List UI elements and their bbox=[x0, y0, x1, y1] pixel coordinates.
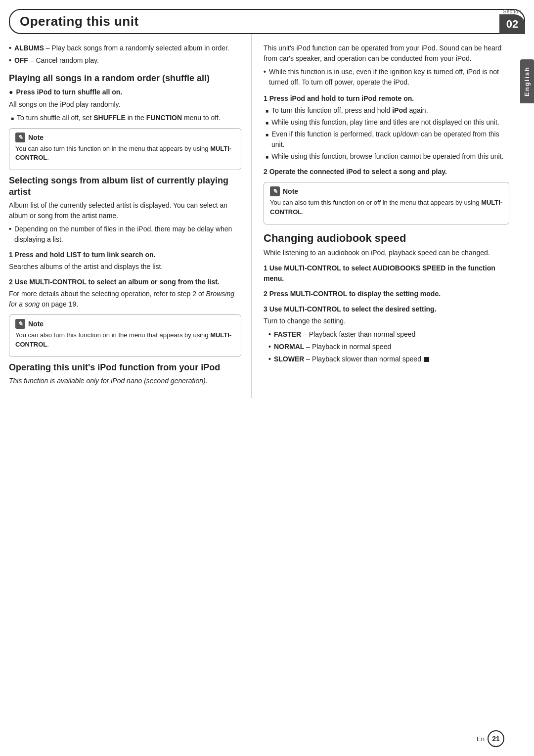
section-label: Section bbox=[503, 9, 522, 14]
right-sq2: ■ While using this function, play time a… bbox=[264, 117, 509, 128]
off-text: – Cancel random play. bbox=[28, 56, 99, 64]
audiobook-title: Changing audiobook speed bbox=[264, 231, 509, 245]
selecting-step1: 1 Press and hold LIST to turn link searc… bbox=[9, 250, 241, 260]
selecting-title: Selecting songs from album list of curre… bbox=[9, 175, 241, 197]
bullet-item-off: • OFF – Cancel random play. bbox=[9, 55, 241, 66]
shuffle-step1-text: All songs on the iPod play randomly. bbox=[9, 99, 241, 110]
audiobook-bullet-slower: • SLOWER – Playback slower than normal s… bbox=[268, 354, 509, 364]
selecting-note-text: You can also turn this function on in th… bbox=[15, 331, 235, 350]
selecting-step2-text: For more details about the selecting ope… bbox=[9, 289, 241, 310]
top-bullets: • ALBUMS – Play back songs from a random… bbox=[9, 43, 241, 66]
right-note: ✎ Note You can also turn this function o… bbox=[264, 182, 509, 224]
main-content: • ALBUMS – Play back songs from a random… bbox=[9, 34, 525, 398]
shuffle-note-title: ✎ Note bbox=[15, 133, 235, 142]
shuffle-note-text: You can also turn this function on in th… bbox=[15, 144, 235, 163]
right-sq1: ■ To turn this function off, press and h… bbox=[264, 105, 509, 116]
right-step1: 1 Press iPod and hold to turn iPod remot… bbox=[264, 93, 509, 104]
audiobook-step1: 1 Use MULTI-CONTROL to select AUDIOBOOKS… bbox=[264, 263, 509, 284]
shuffle-section: Playing all songs in a random order (shu… bbox=[9, 73, 241, 170]
audiobook-bullets: • FASTER – Playback faster than normal s… bbox=[268, 329, 509, 364]
audiobook-bullet-faster: • FASTER – Playback faster than normal s… bbox=[268, 329, 509, 340]
en-label: En bbox=[477, 735, 485, 743]
selecting-desc: Album list of the currently selected art… bbox=[9, 200, 241, 221]
ipod-function-title: Operating this unit's iPod function from… bbox=[9, 362, 241, 373]
selecting-step2: 2 Use MULTI-CONTROL to select an album o… bbox=[9, 277, 241, 287]
right-step2: 2 Operate the connected iPod to select a… bbox=[264, 167, 509, 177]
section-badge: Section 02 bbox=[499, 9, 525, 34]
stop-symbol bbox=[424, 357, 429, 362]
right-bullet-1: • While this function is in use, even if… bbox=[264, 67, 509, 88]
audiobook-section: Changing audiobook speed While listening… bbox=[264, 231, 509, 365]
audiobook-step3-text: Turn to change the setting. bbox=[264, 316, 509, 326]
selecting-note-title: ✎ Note bbox=[15, 319, 235, 329]
ipod-remote-intro: This unit's iPod function can be operate… bbox=[264, 43, 509, 64]
page-header: Operating this unit Section 02 bbox=[9, 9, 525, 34]
albums-label: ALBUMS bbox=[14, 44, 44, 52]
audiobook-bullet-normal: • NORMAL – Playback in normal speed bbox=[268, 342, 509, 352]
off-label: OFF bbox=[14, 56, 28, 64]
left-column: • ALBUMS – Play back songs from a random… bbox=[9, 34, 251, 398]
note-icon: ✎ bbox=[15, 133, 25, 142]
shuffle-sq1: ■ To turn shuffle all off, set SHUFFLE i… bbox=[9, 113, 241, 123]
page-number: 21 bbox=[488, 730, 504, 747]
right-note-title: ✎ Note bbox=[270, 186, 503, 196]
audiobook-desc: While listening to an audiobook on iPod,… bbox=[264, 248, 509, 258]
right-sq3: ■ Even if this function is performed, tr… bbox=[264, 129, 509, 150]
language-tab: English bbox=[520, 59, 534, 103]
ipod-function-italic: This function is available only for iPod… bbox=[9, 376, 241, 386]
selecting-bullet1: • Depending on the number of files in th… bbox=[9, 224, 241, 245]
albums-text: – Play back songs from a randomly select… bbox=[44, 44, 229, 52]
section-number: 02 bbox=[499, 14, 525, 34]
ipod-function-section: Operating this unit's iPod function from… bbox=[9, 362, 241, 387]
selecting-note: ✎ Note You can also turn this function o… bbox=[9, 314, 241, 357]
page-footer: En 21 bbox=[477, 730, 504, 747]
selecting-step1-text: Searches albums of the artist and displa… bbox=[9, 262, 241, 272]
right-column: This unit's iPod function can be operate… bbox=[251, 34, 525, 398]
audiobook-step3: 3 Use MULTI-CONTROL to select the desire… bbox=[264, 304, 509, 314]
note-icon2: ✎ bbox=[15, 319, 25, 329]
shuffle-step1-label: ● Press iPod to turn shuffle all on. bbox=[9, 87, 241, 97]
audiobook-step2: 2 Press MULTI-CONTROL to display the set… bbox=[264, 289, 509, 299]
selecting-section: Selecting songs from album list of curre… bbox=[9, 175, 241, 357]
note-icon3: ✎ bbox=[270, 186, 280, 196]
right-note-text: You can also turn this function on or of… bbox=[270, 198, 503, 217]
shuffle-title: Playing all songs in a random order (shu… bbox=[9, 73, 241, 84]
shuffle-note: ✎ Note You can also turn this function o… bbox=[9, 128, 241, 171]
right-sq4: ■ While using this function, browse func… bbox=[264, 151, 509, 162]
page-title: Operating this unit bbox=[20, 14, 139, 29]
bullet-item-albums: • ALBUMS – Play back songs from a random… bbox=[9, 43, 241, 53]
